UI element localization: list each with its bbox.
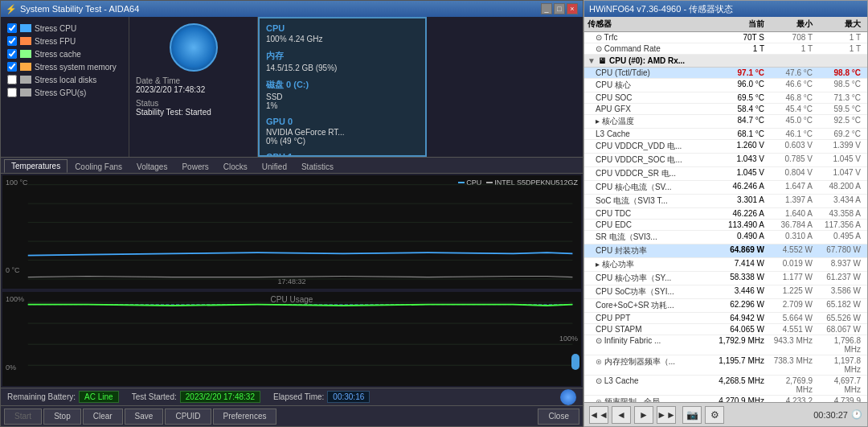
close-button[interactable]: Close [538,409,579,425]
cpu-core-temp-current: 96.0 °C [707,80,768,91]
cpuid-button[interactable]: CPUID [165,409,211,425]
chart-scrollbar[interactable] [571,354,579,370]
tab-clocks[interactable]: Clocks [216,160,255,173]
freq-limit-global-row: ⊙ 频率限制 - 全局 4,270.9 MHz 4,233.2 MHz 4,73… [584,396,867,402]
close-window-button[interactable]: × [567,3,578,14]
stress-disks-checkbox[interactable] [7,75,17,84]
tab-powers[interactable]: Powers [174,160,215,173]
clear-button[interactable]: Clear [83,409,123,425]
sr-current-row: SR 电流（SVI3... 0.490 A 0.310 A 0.495 A [584,231,867,244]
gpu0-summary-detail: NVIDIA GeForce RT... [266,128,419,137]
cpu-summary: CPU 100% 4.24 GHz [266,23,419,43]
cpu-ppt-min: 5.664 W [768,314,816,322]
gpu0-summary-detail2: 0% (49 °C) [266,137,419,146]
cpu-usage-title: CPU Usage [271,295,313,304]
freq-limit-global-min: 4,233.2 MHz [768,396,816,402]
test-started-label: Test Started: [132,392,177,401]
core-soc-sr-max: 65.182 W [816,300,864,311]
cpu-group-header[interactable]: ▼ 🖥 CPU (#0): AMD Rx... [584,55,867,68]
sr-current-name: SR 电流（SVI3... [596,232,707,243]
cpu-package-power-min: 4.552 W [768,245,816,257]
mem-ctrl-freq-current: 1,195.7 MHz [707,356,768,374]
settings-button[interactable]: ⚙ [705,406,724,424]
cpu-soc-row: CPU SOC 69.5 °C 46.8 °C 71.3 °C [584,92,867,104]
cpu-core-power-row: CPU 核心功率（SY... 58.338 W 1.177 W 61.237 W [584,272,867,285]
aida-title-bar: ⚡ System Stability Test - AIDA64 _ □ × [1,1,583,17]
gpu0-summary: GPU 0 NVIDIA GeForce RT... 0% (49 °C) [266,117,419,146]
save-button[interactable]: Save [125,409,164,425]
elapsed-status: Elapsed Time: 00:30:16 [273,391,370,403]
minimize-button[interactable]: _ [541,3,552,14]
cpu-tctl-name: CPU (Tctl/Tdie) [596,68,707,77]
freq-limit-global-name: ⊙ 频率限制 - 全局 [596,396,707,402]
apu-gfx-row: APU GFX 58.4 °C 45.4 °C 59.5 °C [584,104,867,115]
mem-ctrl-freq-max: 1,197.8 MHz [816,356,864,374]
cpu-stapm-row: CPU STAPM 64.065 W 4.551 W 68.067 W [584,324,867,335]
tab-voltages[interactable]: Voltages [129,160,174,173]
core-current-name: CPU 核心电流（SV... [596,182,707,193]
stop-button[interactable]: Stop [43,409,81,425]
date-time-row: Date & Time 2023/2/20 17:48:32 [136,76,251,94]
snapshot-button[interactable]: 📷 [682,406,702,424]
cpu-stapm-name: CPU STAPM [596,325,707,334]
tab-unified[interactable]: Unified [255,160,294,173]
core-current-row: CPU 核心电流（SV... 46.246 A 1.647 A 48.200 A [584,181,867,195]
stress-gpu-checkbox[interactable] [7,88,17,97]
preferences-button[interactable]: Preferences [213,409,277,425]
cpu-tctl-max: 98.8 °C [816,68,864,77]
sr-current-max: 0.495 A [816,232,864,243]
soc-current-min: 1.397 A [768,195,816,207]
cpu-core-temp-row: CPU 核心 96.0 °C 46.6 °C 98.5 °C [584,79,867,92]
nav-prev-button[interactable]: ◄ [612,406,631,424]
gpu-icon [20,88,31,96]
cpu-circle-indicator [170,23,218,72]
memory-summary-title: 内存 [266,50,419,62]
nav-first-button[interactable]: ◄◄ [589,406,608,424]
stress-cache-checkbox[interactable] [7,49,17,59]
stress-memory-row: Stress system memory [7,62,122,72]
aida-title-left: ⚡ System Stability Test - AIDA64 [6,4,139,14]
vddcr-soc-max: 1.045 V [816,154,864,166]
core-power-current: 7.414 W [707,259,768,270]
disk-summary: 磁盘 0 (C:) SSD 1% [266,79,419,110]
cpu-usage-chart: CPU Usage 100% 0% 100% [2,292,581,386]
tab-cooling-fans[interactable]: Cooling Fans [68,160,129,173]
cpu-package-power-current: 64.869 W [707,245,768,257]
vddcr-vdd-current: 1.260 V [707,141,768,152]
stress-gpu-label: Stress GPU(s) [35,88,86,97]
disk-summary-title: 磁盘 0 (C:) [266,79,419,91]
cpu-usage-svg [2,292,581,386]
hwinfo-title-bar: HWiNFO64 v7.36-4960 - 传感器状态 [584,1,867,17]
stress-memory-checkbox[interactable] [7,62,17,72]
nav-last-button[interactable]: ►► [657,406,676,424]
charts-area: 100 °C 0 °C 17:48:32 CPU INTEL S5DPEKNU5… [1,174,583,388]
sr-current-min: 0.310 A [768,232,816,243]
cpu-soc-max: 71.3 °C [816,93,864,102]
infinity-fabric-min: 943.3 MHz [768,336,816,354]
trfc-current: 70T S [707,33,768,42]
vddcr-sr-min: 0.804 V [768,168,816,179]
stress-fpu-checkbox[interactable] [7,36,17,46]
start-button[interactable]: Start [4,409,42,425]
cpu-soc-power-current: 3.446 W [707,286,768,298]
aida-title-text: System Stability Test - AIDA64 [20,4,139,14]
trfc-name: ⊙ Trfc [596,33,707,42]
tab-temperatures[interactable]: Temperatures [4,159,68,173]
nav-next-button[interactable]: ► [634,406,653,424]
stress-cpu-checkbox[interactable] [7,23,17,33]
hwinfo-time-display: 00:30:27 🕐 [813,409,862,420]
gpu0-summary-title: GPU 0 [266,117,419,126]
header-sensor: 传感器 [588,18,707,30]
maximize-button[interactable]: □ [554,3,565,14]
tab-statistics[interactable]: Statistics [294,160,341,173]
top-content-area: Stress CPU Stress FPU Stress cache Stres… [1,17,583,158]
date-time-label: Date & Time [136,76,251,85]
core-soc-sr-name: Core+SoC+SR 功耗... [596,300,707,311]
vddcr-sr-max: 1.047 V [816,168,864,179]
cpu-core-temp-min: 46.6 °C [768,80,816,91]
soc-current-row: SoC 电流（SVI3 T... 3.301 A 1.397 A 3.434 A [584,195,867,208]
elapsed-label: Elapsed Time: [273,392,324,401]
cpu-tctl-current: 97.1 °C [707,68,768,77]
system-summary-panel: CPU 100% 4.24 GHz 内存 14.5/15.2 GB (95%) … [258,17,427,157]
stress-fpu-label: Stress FPU [35,37,76,46]
